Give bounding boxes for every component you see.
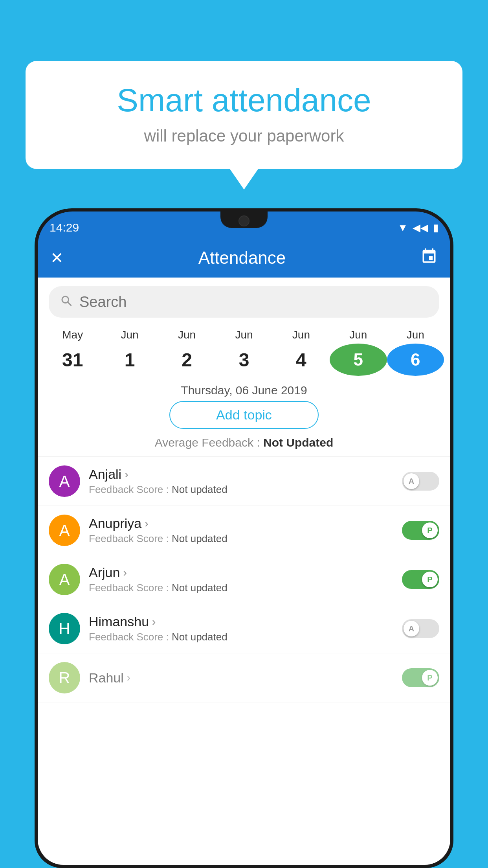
student-info-arjun: Arjun › Feedback Score : Not updated: [89, 565, 393, 594]
average-feedback: Average Feedback : Not Updated: [38, 436, 450, 449]
calendar-month-4: Jun: [273, 329, 330, 341]
calendar-date-6[interactable]: 6: [387, 344, 444, 376]
feedback-label: Average Feedback :: [155, 436, 263, 449]
speech-bubble: Smart attendance will replace your paper…: [26, 61, 462, 169]
search-input[interactable]: [79, 294, 428, 311]
calendar-months: May Jun Jun Jun Jun Jun Jun: [44, 329, 444, 341]
phone-notch: [220, 211, 268, 228]
student-feedback-himanshu: Feedback Score : Not updated: [89, 631, 393, 643]
phone-inner: 14:29 ▼ ◀◀ ▮ ✕ Attendance: [38, 211, 450, 865]
speech-bubble-container: Smart attendance will replace your paper…: [26, 61, 462, 169]
wifi-icon: ▼: [398, 222, 408, 234]
student-feedback-anupriya: Feedback Score : Not updated: [89, 533, 393, 545]
close-button[interactable]: ✕: [50, 249, 64, 267]
student-row-arjun: A Arjun › Feedback Score : Not updated P: [38, 555, 450, 604]
chevron-icon: ›: [123, 566, 127, 579]
toggle-anjali[interactable]: A: [402, 472, 439, 491]
calendar-dates: 31 1 2 3 4 5 6: [44, 344, 444, 376]
student-row-anupriya: A Anupriya › Feedback Score : Not update…: [38, 506, 450, 555]
calendar-date-1[interactable]: 1: [101, 346, 158, 374]
toggle-arjun[interactable]: P: [402, 570, 439, 589]
calendar-month-3: Jun: [215, 329, 272, 341]
calendar-month-0: May: [44, 329, 101, 341]
student-feedback-arjun: Feedback Score : Not updated: [89, 582, 393, 594]
speech-bubble-subtitle: will replace your paperwork: [49, 127, 439, 145]
student-name-anjali[interactable]: Anjali ›: [89, 467, 393, 482]
chevron-icon: ›: [152, 616, 156, 628]
chevron-icon: ›: [125, 468, 128, 481]
student-info-partial: Rahul ›: [89, 670, 393, 686]
add-topic-button[interactable]: Add topic: [169, 401, 319, 429]
status-time: 14:29: [50, 215, 79, 234]
calendar-date-4[interactable]: 4: [273, 346, 330, 374]
calendar-date-0[interactable]: 31: [44, 346, 101, 374]
selected-date-label: Thursday, 06 June 2019: [38, 384, 450, 397]
feedback-value: Not Updated: [263, 436, 333, 449]
search-bar[interactable]: [49, 286, 439, 318]
avatar-arjun: A: [49, 564, 80, 595]
calendar-month-5: Jun: [330, 329, 387, 341]
avatar-partial: R: [49, 662, 80, 693]
toggle-knob-himanshu: A: [404, 621, 419, 636]
toggle-himanshu[interactable]: A: [402, 619, 439, 638]
avatar-anjali: A: [49, 465, 80, 497]
student-feedback-anjali: Feedback Score : Not updated: [89, 484, 393, 496]
avatar-anupriya: A: [49, 515, 80, 546]
calendar-date-5[interactable]: 5: [330, 344, 387, 376]
app-header: ✕ Attendance: [38, 238, 450, 278]
toggle-knob-anupriya: P: [422, 522, 438, 538]
calendar-month-2: Jun: [158, 329, 215, 341]
chevron-icon: ›: [145, 517, 148, 530]
app-title: Attendance: [198, 248, 286, 268]
calendar-month-6: Jun: [387, 329, 444, 341]
student-row-anjali: A Anjali › Feedback Score : Not updated …: [38, 457, 450, 506]
search-icon: [60, 294, 74, 310]
calendar-icon[interactable]: [420, 248, 438, 268]
student-info-anupriya: Anupriya › Feedback Score : Not updated: [89, 516, 393, 545]
screen-content: May Jun Jun Jun Jun Jun Jun 31 1 2 3 4 5: [38, 278, 450, 865]
student-name-partial[interactable]: Rahul ›: [89, 670, 393, 686]
chevron-icon: ›: [127, 671, 130, 684]
student-row-himanshu: H Himanshu › Feedback Score : Not update…: [38, 604, 450, 653]
toggle-knob-partial: P: [422, 670, 438, 686]
calendar-month-1: Jun: [101, 329, 158, 341]
status-icons: ▼ ◀◀ ▮: [398, 216, 438, 234]
camera: [238, 215, 250, 226]
battery-icon: ▮: [433, 222, 438, 234]
avatar-himanshu: H: [49, 613, 80, 644]
toggle-knob-arjun: P: [422, 572, 438, 587]
calendar-date-2[interactable]: 2: [158, 346, 215, 374]
calendar-strip: May Jun Jun Jun Jun Jun Jun 31 1 2 3 4 5: [38, 325, 450, 379]
student-info-anjali: Anjali › Feedback Score : Not updated: [89, 467, 393, 496]
toggle-anupriya[interactable]: P: [402, 521, 439, 540]
speech-bubble-title: Smart attendance: [49, 83, 439, 118]
signal-icon: ◀◀: [413, 222, 428, 234]
student-name-anupriya[interactable]: Anupriya ›: [89, 516, 393, 531]
toggle-knob-anjali: A: [404, 473, 419, 489]
student-name-himanshu[interactable]: Himanshu ›: [89, 614, 393, 629]
student-name-arjun[interactable]: Arjun ›: [89, 565, 393, 580]
student-info-himanshu: Himanshu › Feedback Score : Not updated: [89, 614, 393, 643]
phone-frame: 14:29 ▼ ◀◀ ▮ ✕ Attendance: [35, 208, 453, 868]
calendar-date-3[interactable]: 3: [215, 346, 272, 374]
student-row-partial: R Rahul › P: [38, 653, 450, 702]
toggle-partial[interactable]: P: [402, 668, 439, 687]
